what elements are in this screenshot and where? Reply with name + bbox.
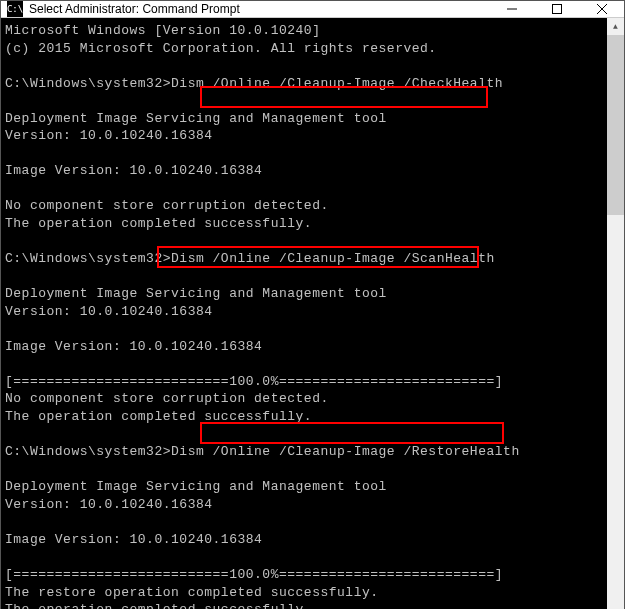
terminal-line: The operation completed successfully. <box>5 215 603 233</box>
terminal-line: No component store corruption detected. <box>5 390 603 408</box>
terminal-line: C:\Windows\system32>Dism /Online /Cleanu… <box>5 443 603 461</box>
titlebar[interactable]: C:\ Select Administrator: Command Prompt <box>1 1 624 18</box>
terminal-line: Deployment Image Servicing and Managemen… <box>5 285 603 303</box>
scrollbar[interactable]: ▲ ▼ <box>607 18 624 609</box>
terminal-line: Microsoft Windows [Version 10.0.10240] <box>5 22 603 40</box>
terminal-line: Version: 10.0.10240.16384 <box>5 127 603 145</box>
terminal-line <box>5 57 603 75</box>
command-prompt-window: C:\ Select Administrator: Command Prompt… <box>0 0 625 609</box>
terminal-line <box>5 320 603 338</box>
minimize-button[interactable] <box>489 1 534 17</box>
terminal-line: The restore operation completed successf… <box>5 584 603 602</box>
terminal-line <box>5 233 603 251</box>
terminal-line: [==========================100.0%=======… <box>5 373 603 391</box>
maximize-button[interactable] <box>534 1 579 17</box>
terminal-line: Deployment Image Servicing and Managemen… <box>5 110 603 128</box>
terminal-line: Version: 10.0.10240.16384 <box>5 303 603 321</box>
terminal-line: C:\Windows\system32>Dism /Online /Cleanu… <box>5 250 603 268</box>
terminal-line <box>5 180 603 198</box>
terminal-line: Version: 10.0.10240.16384 <box>5 496 603 514</box>
terminal-line <box>5 268 603 286</box>
svg-rect-1 <box>552 5 561 14</box>
terminal-line <box>5 355 603 373</box>
terminal-line: Deployment Image Servicing and Managemen… <box>5 478 603 496</box>
terminal-area: Microsoft Windows [Version 10.0.10240](c… <box>1 18 624 609</box>
terminal-line: Image Version: 10.0.10240.16384 <box>5 338 603 356</box>
close-button[interactable] <box>579 1 624 17</box>
terminal-line <box>5 461 603 479</box>
scroll-thumb[interactable] <box>607 35 624 215</box>
terminal-line: C:\Windows\system32>Dism /Online /Cleanu… <box>5 75 603 93</box>
terminal-line: Image Version: 10.0.10240.16384 <box>5 531 603 549</box>
terminal-line: Image Version: 10.0.10240.16384 <box>5 162 603 180</box>
terminal-line: The operation completed successfully. <box>5 601 603 609</box>
terminal-line: [==========================100.0%=======… <box>5 566 603 584</box>
terminal-line <box>5 92 603 110</box>
window-title: Select Administrator: Command Prompt <box>29 2 489 16</box>
terminal-line <box>5 426 603 444</box>
terminal-line: The operation completed successfully. <box>5 408 603 426</box>
terminal-output[interactable]: Microsoft Windows [Version 10.0.10240](c… <box>1 18 607 609</box>
terminal-line: (c) 2015 Microsoft Corporation. All righ… <box>5 40 603 58</box>
terminal-line <box>5 513 603 531</box>
terminal-line <box>5 548 603 566</box>
scroll-up-button[interactable]: ▲ <box>607 18 624 35</box>
terminal-line: No component store corruption detected. <box>5 197 603 215</box>
scroll-track[interactable] <box>607 35 624 609</box>
window-controls <box>489 1 624 17</box>
cmd-icon: C:\ <box>7 1 23 17</box>
terminal-line <box>5 145 603 163</box>
